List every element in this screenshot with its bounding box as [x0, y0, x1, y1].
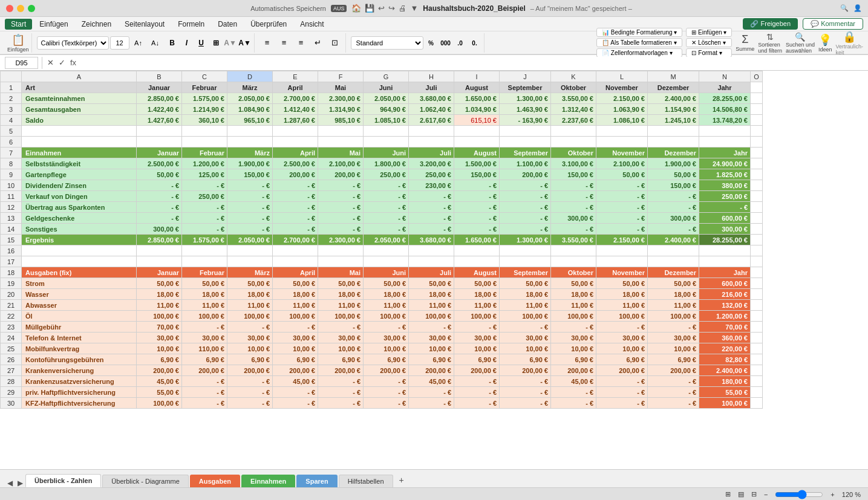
- data-cell[interactable]: 150,00 €: [551, 169, 596, 180]
- empty-cell[interactable]: [364, 137, 409, 148]
- data-cell[interactable]: 11,00 €: [500, 300, 551, 311]
- data-cell[interactable]: Juni: [364, 82, 409, 93]
- data-cell[interactable]: - €: [364, 322, 409, 333]
- data-cell[interactable]: - €: [551, 180, 596, 191]
- data-cell[interactable]: 6,90 €: [364, 354, 409, 365]
- data-cell[interactable]: - €: [500, 202, 551, 213]
- data-cell[interactable]: Mai: [318, 82, 364, 93]
- tab-ueberblick-diagramme[interactable]: Überblick - Diagramme: [102, 475, 188, 487]
- data-cell[interactable]: 50,00 €: [227, 278, 273, 289]
- sheet-nav-left[interactable]: ◀: [5, 479, 15, 487]
- data-cell[interactable]: - €: [648, 376, 699, 387]
- italic-button[interactable]: I: [180, 36, 194, 50]
- data-cell[interactable]: - €: [500, 322, 551, 333]
- data-cell[interactable]: - €: [364, 191, 409, 202]
- data-cell[interactable]: 180,00 €: [699, 376, 751, 387]
- increase-decimal-button[interactable]: .0: [454, 37, 467, 50]
- empty-cell[interactable]: [182, 126, 227, 137]
- data-cell[interactable]: 11,00 €: [273, 300, 318, 311]
- empty-o-cell[interactable]: [751, 213, 763, 224]
- data-cell[interactable]: 200,00 €: [409, 365, 454, 376]
- empty-o-cell[interactable]: [751, 191, 763, 202]
- data-cell[interactable]: 985,10 €: [318, 115, 364, 126]
- data-cell[interactable]: 11,00 €: [318, 300, 364, 311]
- data-cell[interactable]: - €: [500, 398, 551, 409]
- empty-cell[interactable]: [699, 256, 751, 267]
- data-cell[interactable]: - €: [318, 376, 364, 387]
- data-cell[interactable]: 132,00 €: [699, 300, 751, 311]
- row-header[interactable]: 28: [1, 376, 22, 387]
- empty-cell[interactable]: [500, 126, 551, 137]
- data-cell[interactable]: 30,00 €: [227, 333, 273, 343]
- empty-cell[interactable]: [273, 126, 318, 137]
- tab-einnahmen[interactable]: Einnahmen: [241, 475, 295, 487]
- data-cell[interactable]: 200,00 €: [273, 365, 318, 376]
- data-cell[interactable]: - €: [364, 387, 409, 398]
- data-cell[interactable]: Geldgeschenke: [22, 213, 137, 224]
- data-cell[interactable]: 2.700,00 €: [273, 93, 318, 104]
- data-cell[interactable]: 11,00 €: [409, 300, 454, 311]
- data-cell[interactable]: - €: [273, 224, 318, 235]
- data-cell[interactable]: Selbstständigkeit: [22, 158, 137, 169]
- data-cell[interactable]: - €: [182, 202, 227, 213]
- row-header[interactable]: 24: [1, 333, 22, 343]
- window-controls[interactable]: [6, 5, 35, 12]
- data-cell[interactable]: - €: [182, 322, 227, 333]
- data-cell[interactable]: - €: [648, 398, 699, 409]
- data-cell[interactable]: 6,90 €: [454, 354, 500, 365]
- font-family-select[interactable]: Calibri (Textkörper): [37, 36, 109, 50]
- empty-cell[interactable]: [182, 245, 227, 256]
- empty-o-cell[interactable]: [751, 365, 763, 376]
- row-header[interactable]: 10: [1, 180, 22, 191]
- row-header[interactable]: 3: [1, 104, 22, 115]
- row-header[interactable]: 1: [1, 82, 22, 93]
- row-header[interactable]: 12: [1, 202, 22, 213]
- data-cell[interactable]: Gesamtausgaben: [22, 104, 137, 115]
- data-cell[interactable]: Juni: [364, 267, 409, 278]
- data-cell[interactable]: 3.680,00 €: [409, 235, 454, 245]
- tab-hilfstabellen[interactable]: Hilfstabellen: [339, 475, 393, 487]
- data-cell[interactable]: November: [596, 82, 648, 93]
- data-cell[interactable]: 2.050,00 €: [227, 93, 273, 104]
- save-icon[interactable]: 💾: [365, 4, 374, 13]
- col-header-D[interactable]: D: [227, 71, 273, 82]
- empty-cell[interactable]: [318, 245, 364, 256]
- data-cell[interactable]: 50,00 €: [318, 278, 364, 289]
- data-cell[interactable]: 1.086,10 €: [596, 115, 648, 126]
- data-cell[interactable]: 11,00 €: [648, 300, 699, 311]
- empty-cell[interactable]: [551, 137, 596, 148]
- empty-cell[interactable]: [182, 137, 227, 148]
- empty-cell[interactable]: [454, 137, 500, 148]
- menu-einfuegen[interactable]: Einfügen: [33, 19, 74, 30]
- data-cell[interactable]: 50,00 €: [137, 169, 182, 180]
- data-cell[interactable]: April: [273, 267, 318, 278]
- data-cell[interactable]: 30,00 €: [409, 333, 454, 343]
- empty-cell[interactable]: [409, 256, 454, 267]
- merge-button[interactable]: ⊡: [327, 35, 343, 51]
- data-cell[interactable]: - €: [364, 376, 409, 387]
- data-cell[interactable]: - €: [227, 322, 273, 333]
- einfuegen-button[interactable]: 📋 Einfügen: [7, 33, 29, 53]
- data-cell[interactable]: - €: [273, 202, 318, 213]
- data-cell[interactable]: - €: [227, 213, 273, 224]
- data-cell[interactable]: 1.214,90 €: [182, 104, 227, 115]
- data-cell[interactable]: 2.050,00 €: [227, 235, 273, 245]
- data-cell[interactable]: 200,00 €: [318, 365, 364, 376]
- empty-cell[interactable]: [751, 245, 763, 256]
- data-cell[interactable]: 30,00 €: [648, 333, 699, 343]
- data-cell[interactable]: 100,00 €: [273, 311, 318, 322]
- data-cell[interactable]: 1.650,00 €: [454, 235, 500, 245]
- empty-cell[interactable]: [596, 137, 648, 148]
- data-cell[interactable]: 50,00 €: [364, 278, 409, 289]
- data-cell[interactable]: 50,00 €: [273, 278, 318, 289]
- data-cell[interactable]: - €: [596, 213, 648, 224]
- data-cell[interactable]: Jahr: [699, 267, 751, 278]
- data-cell[interactable]: 6,90 €: [409, 354, 454, 365]
- col-header-I[interactable]: I: [454, 71, 500, 82]
- data-cell[interactable]: 100,00 €: [500, 311, 551, 322]
- data-cell[interactable]: 150,00 €: [227, 169, 273, 180]
- data-cell[interactable]: 100,00 €: [551, 311, 596, 322]
- row-header[interactable]: 14: [1, 224, 22, 235]
- font-color-button[interactable]: A▼: [238, 36, 252, 50]
- row-header[interactable]: 4: [1, 115, 22, 126]
